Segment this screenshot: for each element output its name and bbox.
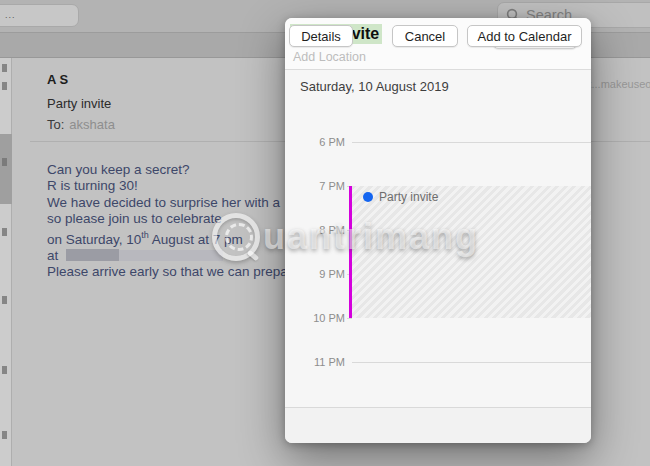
event-preview-popup: Party invite Add Location Social Saturda… (285, 18, 591, 443)
message-list-edge (0, 58, 12, 466)
truncated-list-text (2, 366, 7, 374)
redacted-text (119, 250, 223, 261)
event-date-header: Saturday, 10 August 2019 (300, 79, 449, 94)
hour-label: 11 PM (295, 356, 345, 368)
event-dot-icon (363, 192, 373, 202)
hour-gridline (352, 362, 591, 363)
email-subject: Party invite (47, 96, 111, 111)
hour-label: 6 PM (295, 136, 345, 148)
redacted-text (66, 249, 119, 261)
add-to-calendar-button[interactable]: Add to Calendar (467, 25, 582, 47)
event-block-label: Party invite (379, 190, 438, 204)
truncated-list-text (2, 158, 7, 166)
email-sender: A S (47, 72, 68, 87)
screenshot-canvas: ... Search A S Party invite To:akshata k… (0, 0, 650, 466)
ordinal-superscript: th (141, 230, 149, 240)
to-label: To: (47, 117, 64, 132)
hour-gridline (347, 318, 352, 319)
event-time-block[interactable] (349, 186, 591, 318)
message-list-fragment: k...makeuseo (586, 78, 650, 90)
add-location-field[interactable]: Add Location (293, 50, 366, 64)
details-button[interactable]: Details (289, 25, 353, 47)
cancel-button[interactable]: Cancel (392, 25, 458, 47)
hour-gridline (352, 142, 591, 143)
truncated-list-text (2, 82, 7, 90)
email-to-row: To:akshata (47, 117, 115, 132)
truncated-list-text (2, 296, 7, 304)
truncated-list-text (2, 228, 7, 236)
selected-message-row[interactable] (0, 134, 12, 204)
truncated-list-text (2, 431, 7, 439)
to-recipient[interactable]: akshata (69, 117, 115, 132)
hour-label: 9 PM (295, 268, 345, 280)
truncated-list-text (2, 64, 7, 72)
hour-label: 10 PM (295, 312, 345, 324)
hour-label: 7 PM (295, 180, 345, 192)
popup-footer (285, 407, 591, 443)
toolbar-fragment-button[interactable]: ... (0, 4, 79, 27)
hour-label: 8 PM (295, 224, 345, 236)
